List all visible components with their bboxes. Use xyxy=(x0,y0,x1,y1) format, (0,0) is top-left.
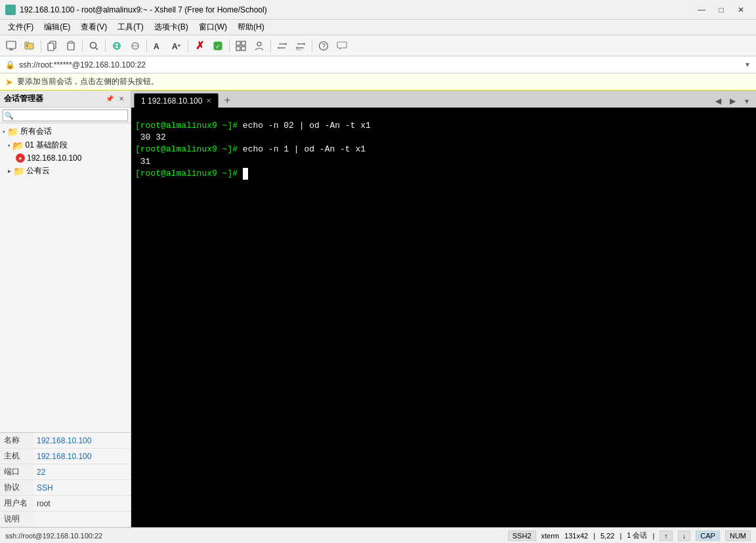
terminal-tab-1[interactable]: 1 192.168.10.100 ✕ xyxy=(134,93,219,108)
sidebar-search-input[interactable] xyxy=(3,110,128,121)
terminal-cursor xyxy=(243,168,248,180)
expand-icon-cloud: ▸ xyxy=(8,167,11,174)
new-tab-button[interactable]: + xyxy=(220,93,234,108)
menu-tabs[interactable]: 选项卡(B) xyxy=(149,21,194,34)
status-separator-3: | xyxy=(652,532,654,540)
info-value-note xyxy=(33,512,131,527)
comment-button[interactable] xyxy=(333,37,350,54)
close-button[interactable]: ✕ xyxy=(731,3,751,16)
tree-label-all: 所有会话 xyxy=(20,126,52,137)
terminal-line-3: [root@almalinux9 ~]# echo -n 1 | od -An … xyxy=(135,144,366,154)
info-key-host: 主机 xyxy=(0,449,33,464)
tab-nav-controls: ◀ ▶ ▼ xyxy=(711,94,753,108)
svg-point-27 xyxy=(257,42,261,46)
terminal-line-2: 30 32 xyxy=(135,132,166,142)
menu-help[interactable]: 帮助(H) xyxy=(232,21,270,34)
info-row-protocol: 协议 SSH xyxy=(0,480,131,496)
info-row-host: 主机 192.168.10.100 xyxy=(0,449,131,464)
maximize-button[interactable]: □ xyxy=(711,3,731,16)
info-value-port: 22 xyxy=(33,464,131,480)
paste-button[interactable] xyxy=(62,37,79,54)
info-value-host: 192.168.10.100 xyxy=(33,449,131,464)
tab-label: 1 192.168.10.100 xyxy=(141,96,202,106)
status-cap-badge[interactable]: CAP xyxy=(696,531,720,541)
session-tree: ▪ 📁 所有会话 ▪ 📂 01 基础阶段 ● 192.168.10.100 ▸ … xyxy=(0,123,131,432)
status-separator-1: | xyxy=(593,532,595,540)
tab-close-button[interactable]: ✕ xyxy=(206,97,211,104)
info-panel: 名称 192.168.10.100 主机 192.168.10.100 端口 2… xyxy=(0,432,131,527)
tree-item-all-sessions[interactable]: ▪ 📁 所有会话 xyxy=(0,125,131,138)
transfer-button[interactable] xyxy=(274,37,291,54)
tree-label-stage01: 01 基础阶段 xyxy=(26,140,68,151)
transfer-dropdown-button[interactable] xyxy=(292,37,309,54)
svg-rect-9 xyxy=(68,43,74,50)
connect-button[interactable] xyxy=(108,37,125,54)
menu-window[interactable]: 窗口(W) xyxy=(194,21,232,34)
menu-view[interactable]: 查看(V) xyxy=(75,21,112,34)
status-terminal-size: 131x42 xyxy=(564,532,588,540)
sidebar-title: 会话管理器 xyxy=(4,93,43,104)
tree-item-session-host1[interactable]: ● 192.168.10.100 xyxy=(0,152,131,164)
svg-text:?: ? xyxy=(322,43,326,50)
svg-text:▼: ▼ xyxy=(26,44,29,48)
copy-button[interactable] xyxy=(44,37,61,54)
status-bar: ssh://root@192.168.10.100:22 SSH2 xterm … xyxy=(0,527,756,543)
tab-next-button[interactable]: ▶ xyxy=(726,94,739,108)
status-connection-text: ssh://root@192.168.10.100:22 xyxy=(5,532,503,540)
svg-text:✓: ✓ xyxy=(215,43,220,50)
menu-bar: 文件(F) 编辑(E) 查看(V) 工具(T) 选项卡(B) 窗口(W) 帮助(… xyxy=(0,20,756,35)
help-button[interactable]: ? xyxy=(315,37,332,54)
address-dropdown-button[interactable]: ▼ xyxy=(744,61,751,68)
sidebar-controls: 📌 ✕ xyxy=(104,94,127,104)
info-row-note: 说明 xyxy=(0,512,131,527)
svg-marker-20 xyxy=(178,45,180,47)
toolbar-separator-3 xyxy=(105,39,106,52)
info-value-protocol: SSH xyxy=(33,480,131,496)
sidebar-resize-handle[interactable] xyxy=(753,93,756,527)
tab-dropdown-button[interactable]: ▼ xyxy=(740,94,753,108)
svg-text:A: A xyxy=(172,42,178,51)
svg-marker-35 xyxy=(296,47,297,49)
user-button[interactable] xyxy=(251,37,268,54)
svg-rect-1 xyxy=(7,41,16,49)
window-title: 192.168.10.100 - root@almalinux9:~ - Xsh… xyxy=(20,5,267,14)
resize-button[interactable] xyxy=(232,37,249,54)
svg-point-0 xyxy=(7,7,14,13)
font-dropdown-button[interactable]: A xyxy=(168,37,185,54)
toolbar-separator-4 xyxy=(146,39,147,52)
svg-rect-8 xyxy=(48,43,54,50)
folder-icon: 📁 xyxy=(7,127,18,137)
status-separator-2: | xyxy=(620,532,621,540)
status-scroll-up-button[interactable]: ↑ xyxy=(660,531,673,541)
status-num-badge[interactable]: NUM xyxy=(725,531,751,541)
info-icon: ➤ xyxy=(5,77,13,87)
info-row-name: 名称 192.168.10.100 xyxy=(0,433,131,449)
sidebar-pin-button[interactable]: 📌 xyxy=(104,94,115,104)
new-session-button[interactable] xyxy=(3,37,20,54)
sidebar: 会话管理器 📌 ✕ ▪ 📁 所有会话 ▪ 📂 01 基础阶段 xyxy=(0,90,131,527)
sidebar-close-button[interactable]: ✕ xyxy=(116,94,127,104)
svg-marker-40 xyxy=(339,48,341,50)
terminal-content[interactable]: [root@almalinux9 ~]# echo -n 02 | od -An… xyxy=(131,108,756,527)
font-button[interactable]: A xyxy=(150,37,167,54)
tree-item-stage01[interactable]: ▪ 📂 01 基础阶段 xyxy=(0,138,131,152)
tree-item-cloud[interactable]: ▸ 📁 公有云 xyxy=(0,164,131,178)
tab-prev-button[interactable]: ◀ xyxy=(711,94,724,108)
status-scroll-down-button[interactable]: ↓ xyxy=(678,531,691,541)
status-terminal-type: xterm xyxy=(541,532,560,540)
address-bar: 🔒 ssh://root:******@192.168.10.100:22 ▼ xyxy=(0,56,756,73)
svg-point-11 xyxy=(91,42,96,48)
status-cursor-pos: 5,22 xyxy=(600,532,614,540)
menu-tools[interactable]: 工具(T) xyxy=(112,21,148,34)
search-button[interactable] xyxy=(85,37,102,54)
open-session-button[interactable]: ▼ xyxy=(21,37,38,54)
disconnect-button[interactable] xyxy=(127,37,144,54)
menu-edit[interactable]: 编辑(E) xyxy=(39,21,75,34)
minimize-button[interactable]: — xyxy=(692,3,711,16)
menu-file[interactable]: 文件(F) xyxy=(3,21,39,34)
info-text: 要添加当前会话，点击左侧的箭头按钮。 xyxy=(17,76,159,87)
xshell-btn1[interactable]: ✗ xyxy=(191,37,208,54)
status-protocol-badge[interactable]: SSH2 xyxy=(508,531,536,541)
terminal-area: 1 192.168.10.100 ✕ + ◀ ▶ ▼ [root@almalin… xyxy=(131,90,756,527)
xshell-btn2[interactable]: ✓ xyxy=(209,37,226,54)
